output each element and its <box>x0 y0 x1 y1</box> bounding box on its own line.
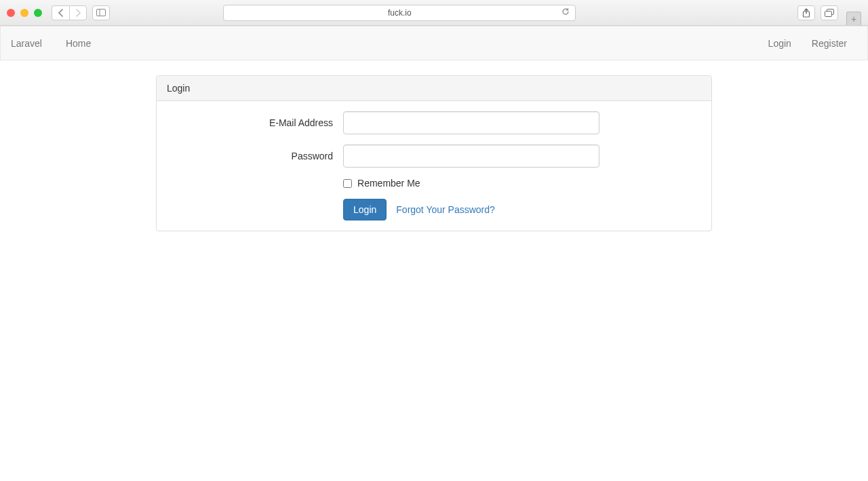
nav-history-buttons <box>52 5 87 20</box>
sidebar-icon <box>96 9 106 16</box>
password-field[interactable] <box>343 145 599 168</box>
tabs-icon <box>825 9 834 17</box>
email-field[interactable] <box>343 111 599 134</box>
app-navbar: Laravel Home Login Register <box>0 26 868 60</box>
remember-checkbox[interactable] <box>343 179 352 188</box>
svg-rect-4 <box>825 11 831 16</box>
share-button[interactable] <box>797 5 815 20</box>
panel-body: E-Mail Address Password Remember Me Logi… <box>157 101 711 231</box>
reload-button[interactable] <box>561 7 570 18</box>
window-controls <box>7 9 42 17</box>
sidebar-button[interactable] <box>92 5 110 20</box>
maximize-window-button[interactable] <box>34 9 42 17</box>
forward-button[interactable] <box>69 5 87 20</box>
reload-icon <box>561 7 570 16</box>
brand-link[interactable]: Laravel <box>1 28 52 59</box>
main-container: Login E-Mail Address Password Remember M… <box>37 75 831 231</box>
toolbar-right <box>797 5 838 20</box>
plus-icon: + <box>851 14 856 24</box>
close-window-button[interactable] <box>7 9 15 17</box>
back-button[interactable] <box>52 5 69 20</box>
chevron-left-icon <box>58 9 64 17</box>
forgot-password-link[interactable]: Forgot Your Password? <box>396 204 495 215</box>
remember-label: Remember Me <box>357 178 420 189</box>
share-icon <box>802 8 810 18</box>
nav-right: Login Register <box>758 28 857 59</box>
nav-home-link[interactable]: Home <box>56 28 101 59</box>
url-bar[interactable]: fuck.io <box>223 5 576 21</box>
url-text: fuck.io <box>388 8 412 18</box>
minimize-window-button[interactable] <box>20 9 28 17</box>
chevron-right-icon <box>75 9 81 17</box>
panel-heading: Login <box>157 76 711 101</box>
email-label: E-Mail Address <box>167 117 343 128</box>
browser-chrome: fuck.io + <box>0 0 868 26</box>
nav-login-link[interactable]: Login <box>758 28 802 59</box>
email-form-group: E-Mail Address <box>167 111 701 134</box>
login-button[interactable]: Login <box>343 199 387 220</box>
new-tab-button[interactable]: + <box>846 12 861 25</box>
remember-row: Remember Me <box>167 178 701 189</box>
nav-register-link[interactable]: Register <box>802 28 857 59</box>
svg-rect-0 <box>97 9 106 16</box>
form-actions: Login Forgot Your Password? <box>167 199 701 220</box>
password-label: Password <box>167 151 343 161</box>
login-panel: Login E-Mail Address Password Remember M… <box>156 75 712 231</box>
password-form-group: Password <box>167 145 701 168</box>
tabs-button[interactable] <box>821 5 838 20</box>
